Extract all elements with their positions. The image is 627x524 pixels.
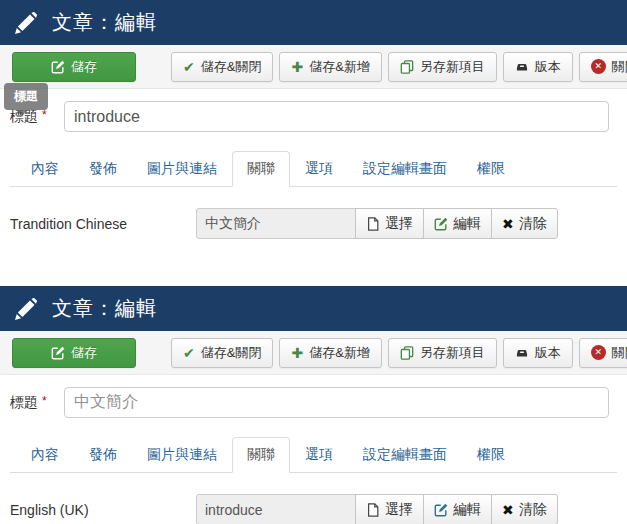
tab-images-and-links[interactable]: 圖片與連結 xyxy=(132,151,232,187)
tab-associations[interactable]: 關聯 xyxy=(232,437,290,473)
tab-options[interactable]: 選項 xyxy=(290,437,348,473)
title-input[interactable] xyxy=(64,101,609,132)
tab-permissions[interactable]: 權限 xyxy=(462,437,520,473)
versions-archive-icon xyxy=(515,346,529,360)
article-edit-panel-1: 文章：編輯 儲存 ✔ 儲存&關閉 ✚ 儲存&新增 另存新項目 版本 xyxy=(0,0,627,253)
edit-button[interactable]: 編輯 xyxy=(423,494,492,524)
save-button-label: 儲存 xyxy=(71,58,97,76)
tab-permissions[interactable]: 權限 xyxy=(462,151,520,187)
tab-bar: 內容 發佈 圖片與連結 關聯 選項 設定編輯畫面 權限 xyxy=(10,151,617,187)
association-input-group: 選擇 編輯 ✖ 清除 xyxy=(196,208,558,239)
save-new-button[interactable]: ✚ 儲存&新增 xyxy=(279,52,381,82)
tab-bar: 內容 發佈 圖片與連結 關聯 選項 設定編輯畫面 權限 xyxy=(10,437,617,473)
association-input[interactable] xyxy=(196,208,356,239)
file-icon xyxy=(366,217,380,231)
close-circle-icon: ✕ xyxy=(591,345,606,360)
tooltip-label: 標題 xyxy=(14,89,38,103)
tab-images-and-links[interactable]: 圖片與連結 xyxy=(132,437,232,473)
association-label: English (UK) xyxy=(10,502,196,518)
save-new-label: 儲存&新增 xyxy=(309,58,370,76)
edit-label: 編輯 xyxy=(453,215,481,233)
clear-x-icon: ✖ xyxy=(502,503,514,517)
association-row: English (UK) 選擇 編輯 ✖ 清除 xyxy=(10,494,617,524)
save-button[interactable]: 儲存 xyxy=(12,52,136,82)
select-label: 選擇 xyxy=(385,215,413,233)
plus-icon: ✚ xyxy=(291,60,303,74)
save-new-button[interactable]: ✚ 儲存&新增 xyxy=(279,338,381,368)
clear-x-icon: ✖ xyxy=(502,217,514,231)
versions-button[interactable]: 版本 xyxy=(503,52,573,82)
toolbar: 儲存 ✔ 儲存&關閉 ✚ 儲存&新增 另存新項目 版本 ✕ 關閉 xyxy=(0,45,627,89)
edit-label: 編輯 xyxy=(453,501,481,519)
title-input[interactable] xyxy=(64,387,609,418)
versions-label: 版本 xyxy=(535,344,561,362)
page-header: 文章：編輯 xyxy=(0,0,627,45)
association-input[interactable] xyxy=(196,494,356,524)
close-circle-icon: ✕ xyxy=(591,59,606,74)
copy-icon xyxy=(400,60,414,74)
article-edit-panel-2: 文章：編輯 儲存 ✔ 儲存&關閉 ✚ 儲存&新增 另存新項目 版本 xyxy=(0,286,627,524)
select-button[interactable]: 選擇 xyxy=(355,208,424,239)
save-close-label: 儲存&關閉 xyxy=(201,58,262,76)
tab-content[interactable]: 內容 xyxy=(16,151,74,187)
save-copy-button[interactable]: 另存新項目 xyxy=(388,338,497,368)
save-copy-label: 另存新項目 xyxy=(420,58,485,76)
required-asterisk: * xyxy=(42,394,47,408)
panel-body: 標題 標題 * 內容 發佈 圖片與連結 關聯 選項 設定編輯畫面 權限 Tran… xyxy=(0,89,627,253)
pencil-icon xyxy=(15,12,37,34)
tab-content[interactable]: 內容 xyxy=(16,437,74,473)
versions-label: 版本 xyxy=(535,58,561,76)
tab-configure-edit-screen[interactable]: 設定編輯畫面 xyxy=(348,437,462,473)
file-icon xyxy=(366,503,380,517)
save-close-button[interactable]: ✔ 儲存&關閉 xyxy=(171,338,273,368)
clear-label: 清除 xyxy=(519,215,547,233)
pencil-icon xyxy=(15,298,37,320)
association-input-group: 選擇 編輯 ✖ 清除 xyxy=(196,494,558,524)
edit-icon xyxy=(434,217,448,231)
tab-configure-edit-screen[interactable]: 設定編輯畫面 xyxy=(348,151,462,187)
save-button[interactable]: 儲存 xyxy=(12,338,136,368)
close-label: 關閉 xyxy=(612,344,627,362)
save-button-label: 儲存 xyxy=(71,344,97,362)
title-row: 標題 * xyxy=(10,101,617,132)
versions-archive-icon xyxy=(515,60,529,74)
save-copy-label: 另存新項目 xyxy=(420,344,485,362)
title-label: 標題 * xyxy=(10,394,62,412)
check-icon: ✔ xyxy=(183,60,195,74)
plus-icon: ✚ xyxy=(291,346,303,360)
save-close-label: 儲存&關閉 xyxy=(201,344,262,362)
select-label: 選擇 xyxy=(385,501,413,519)
clear-label: 清除 xyxy=(519,501,547,519)
association-label: Trandition Chinese xyxy=(10,216,196,232)
association-row: Trandition Chinese 選擇 編輯 ✖ 清除 xyxy=(10,208,617,253)
versions-button[interactable]: 版本 xyxy=(503,338,573,368)
check-icon: ✔ xyxy=(183,346,195,360)
page-header: 文章：編輯 xyxy=(0,286,627,331)
clear-button[interactable]: ✖ 清除 xyxy=(491,208,558,239)
tab-publishing[interactable]: 發佈 xyxy=(74,151,132,187)
tab-associations[interactable]: 關聯 xyxy=(232,151,290,187)
edit-icon xyxy=(51,60,65,74)
copy-icon xyxy=(400,346,414,360)
edit-icon xyxy=(434,503,448,517)
page-title: 文章：編輯 xyxy=(52,295,157,322)
save-new-label: 儲存&新增 xyxy=(309,344,370,362)
save-close-button[interactable]: ✔ 儲存&關閉 xyxy=(171,52,273,82)
page-title: 文章：編輯 xyxy=(52,9,157,36)
edit-icon xyxy=(51,346,65,360)
close-button[interactable]: ✕ 關閉 xyxy=(579,338,627,368)
close-label: 關閉 xyxy=(612,58,627,76)
clear-button[interactable]: ✖ 清除 xyxy=(491,494,558,524)
select-button[interactable]: 選擇 xyxy=(355,494,424,524)
title-tooltip: 標題 xyxy=(4,83,48,110)
edit-button[interactable]: 編輯 xyxy=(423,208,492,239)
tab-options[interactable]: 選項 xyxy=(290,151,348,187)
close-button[interactable]: ✕ 關閉 xyxy=(579,52,627,82)
toolbar: 儲存 ✔ 儲存&關閉 ✚ 儲存&新增 另存新項目 版本 ✕ 關閉 xyxy=(0,331,627,375)
save-copy-button[interactable]: 另存新項目 xyxy=(388,52,497,82)
tab-publishing[interactable]: 發佈 xyxy=(74,437,132,473)
panel-body: 標題 * 內容 發佈 圖片與連結 關聯 選項 設定編輯畫面 權限 English… xyxy=(0,375,627,524)
title-row: 標題 * xyxy=(10,387,617,418)
